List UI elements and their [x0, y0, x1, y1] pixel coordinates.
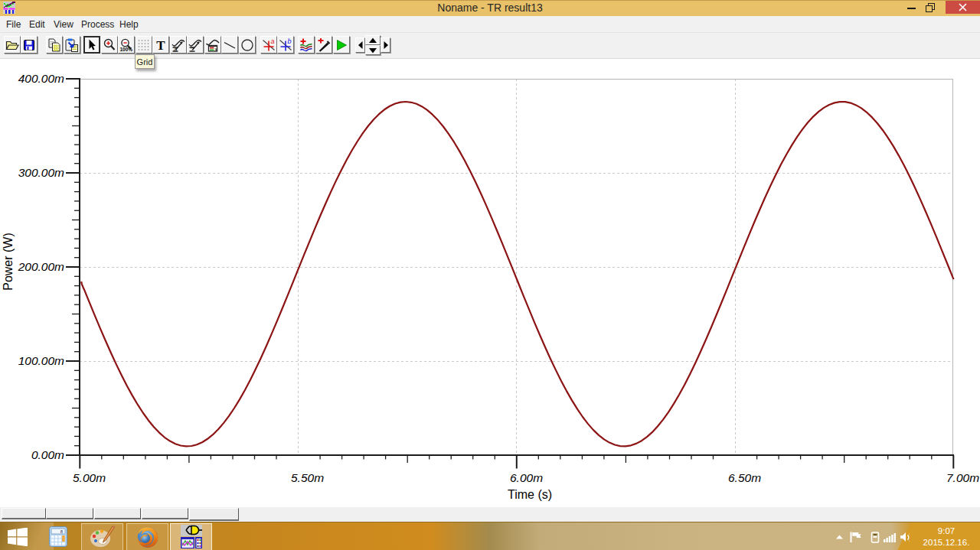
svg-text:5.50m: 5.50m: [291, 471, 324, 484]
svg-text:300.00m: 300.00m: [18, 166, 64, 179]
svg-text:100.00m: 100.00m: [18, 354, 64, 367]
svg-text:?: ?: [191, 45, 194, 52]
svg-text:100%: 100%: [120, 46, 133, 51]
svg-text:Time (s): Time (s): [508, 488, 552, 501]
svg-text:5.00m: 5.00m: [73, 471, 106, 484]
svg-text:6.00m: 6.00m: [510, 471, 543, 484]
svg-text:Power (W): Power (W): [2, 233, 15, 291]
svg-text:6.50m: 6.50m: [728, 471, 761, 484]
svg-text:a: a: [173, 45, 176, 52]
svg-text:T: T: [156, 37, 165, 52]
svg-text:200.00m: 200.00m: [18, 260, 64, 273]
svg-text:b: b: [288, 37, 292, 44]
svg-text:400.00m: 400.00m: [18, 72, 64, 85]
svg-text:7.00m: 7.00m: [946, 471, 979, 484]
svg-text:0.00m: 0.00m: [31, 448, 64, 461]
svg-text:a: a: [270, 37, 274, 44]
